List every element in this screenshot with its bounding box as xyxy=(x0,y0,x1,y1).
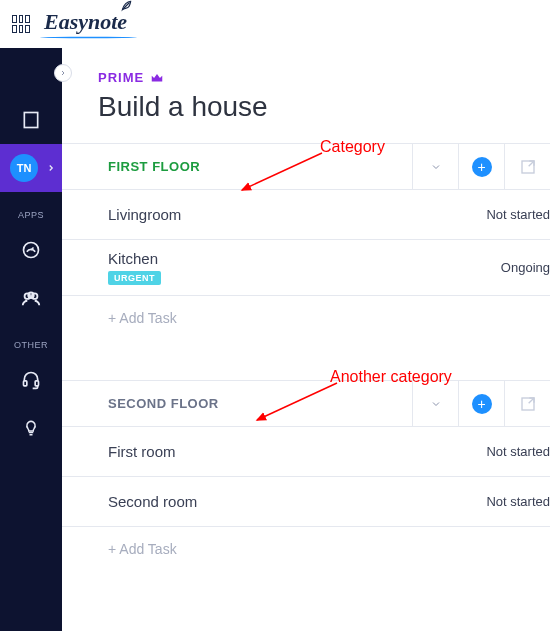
avatar: TN xyxy=(10,154,38,182)
expand-fullscreen-button[interactable] xyxy=(504,144,550,189)
collapse-toggle[interactable] xyxy=(412,144,458,189)
sidebar-expand-toggle[interactable] xyxy=(54,64,72,82)
expand-fullscreen-button[interactable] xyxy=(504,381,550,426)
task-status: Ongoing xyxy=(501,260,550,275)
main-content: PRIME Build a house FIRST FLOOR + Living… xyxy=(62,48,550,631)
task-row[interactable]: Second room Not started xyxy=(62,477,550,527)
logo[interactable]: Easynote xyxy=(44,9,127,39)
svg-rect-16 xyxy=(24,381,27,386)
svg-line-21 xyxy=(528,398,533,403)
add-task-button[interactable]: + xyxy=(458,381,504,426)
task-name: Kitchen xyxy=(108,250,501,267)
page-header: PRIME Build a house xyxy=(62,48,550,143)
add-task-button[interactable]: + xyxy=(458,144,504,189)
collapse-toggle[interactable] xyxy=(412,381,458,426)
prime-badge: PRIME xyxy=(98,70,550,85)
task-name: First room xyxy=(108,443,486,460)
chevron-right-icon xyxy=(59,69,67,77)
urgent-badge: URGENT xyxy=(108,271,161,285)
chevron-down-icon xyxy=(430,398,442,410)
category-block: SECOND FLOOR + First room Not started Se… xyxy=(62,380,550,571)
page-title: Build a house xyxy=(98,91,550,123)
task-status: Not started xyxy=(486,494,550,509)
add-task-link[interactable]: + Add Task xyxy=(62,527,550,571)
svg-rect-1 xyxy=(24,113,37,128)
category-name[interactable]: FIRST FLOOR xyxy=(62,159,412,174)
sidebar: TN APPS OTHER xyxy=(0,48,62,631)
sidebar-label-other: OTHER xyxy=(14,340,48,350)
nav-support-icon[interactable] xyxy=(0,356,62,404)
task-row[interactable]: Kitchen URGENT Ongoing xyxy=(62,240,550,296)
nav-workspace-active[interactable]: TN xyxy=(0,144,62,192)
plus-icon: + xyxy=(472,157,492,177)
top-bar: Easynote xyxy=(0,0,550,48)
sidebar-label-apps: APPS xyxy=(18,210,44,220)
svg-line-19 xyxy=(528,161,533,166)
expand-icon xyxy=(520,396,536,412)
task-name: Second room xyxy=(108,493,486,510)
crown-icon xyxy=(150,71,164,85)
nav-idea-icon[interactable] xyxy=(0,404,62,452)
apps-grid-icon[interactable] xyxy=(12,15,30,33)
add-task-link[interactable]: + Add Task xyxy=(62,296,550,340)
category-block: FIRST FLOOR + Livingroom Not started Kit… xyxy=(62,143,550,340)
nav-team-icon[interactable] xyxy=(0,274,62,322)
task-row[interactable]: First room Not started xyxy=(62,427,550,477)
chevron-right-icon xyxy=(46,159,56,177)
feather-icon xyxy=(119,0,133,13)
task-row[interactable]: Livingroom Not started xyxy=(62,190,550,240)
nav-dashboard-icon[interactable] xyxy=(0,226,62,274)
task-name: Livingroom xyxy=(108,206,486,223)
category-name[interactable]: SECOND FLOOR xyxy=(62,396,412,411)
category-header: FIRST FLOOR + xyxy=(62,144,550,190)
task-status: Not started xyxy=(486,207,550,222)
logo-text: Easynote xyxy=(44,9,127,34)
svg-point-15 xyxy=(28,293,34,299)
prime-label: PRIME xyxy=(98,70,144,85)
expand-icon xyxy=(520,159,536,175)
svg-rect-17 xyxy=(35,381,38,386)
plus-icon: + xyxy=(472,394,492,414)
chevron-down-icon xyxy=(430,161,442,173)
category-header: SECOND FLOOR + xyxy=(62,381,550,427)
nav-building-icon[interactable] xyxy=(0,96,62,144)
task-status: Not started xyxy=(486,444,550,459)
